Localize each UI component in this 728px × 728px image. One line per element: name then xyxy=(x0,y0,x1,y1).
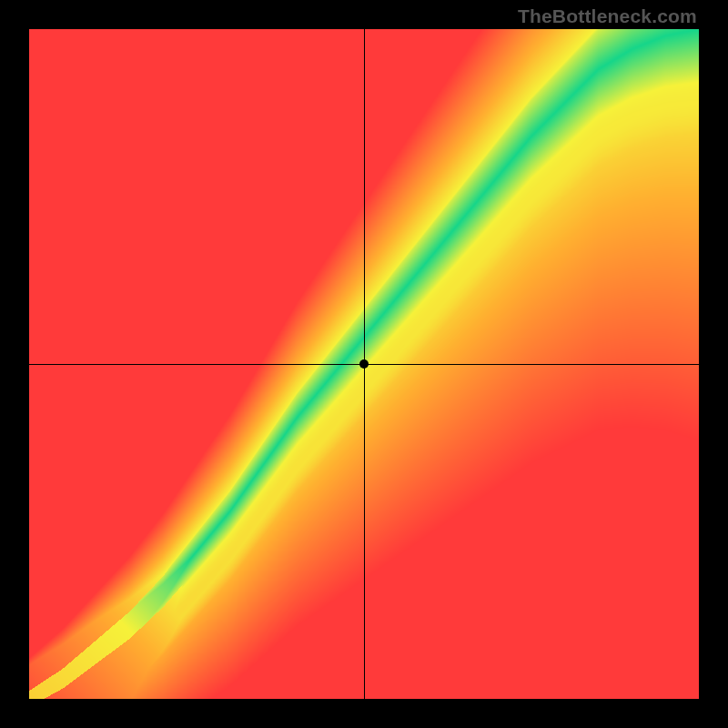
heatmap-plot xyxy=(29,29,699,699)
watermark-text: TheBottleneck.com xyxy=(518,5,697,27)
chart-frame: TheBottleneck.com xyxy=(0,0,728,728)
heatmap-canvas xyxy=(29,29,699,699)
